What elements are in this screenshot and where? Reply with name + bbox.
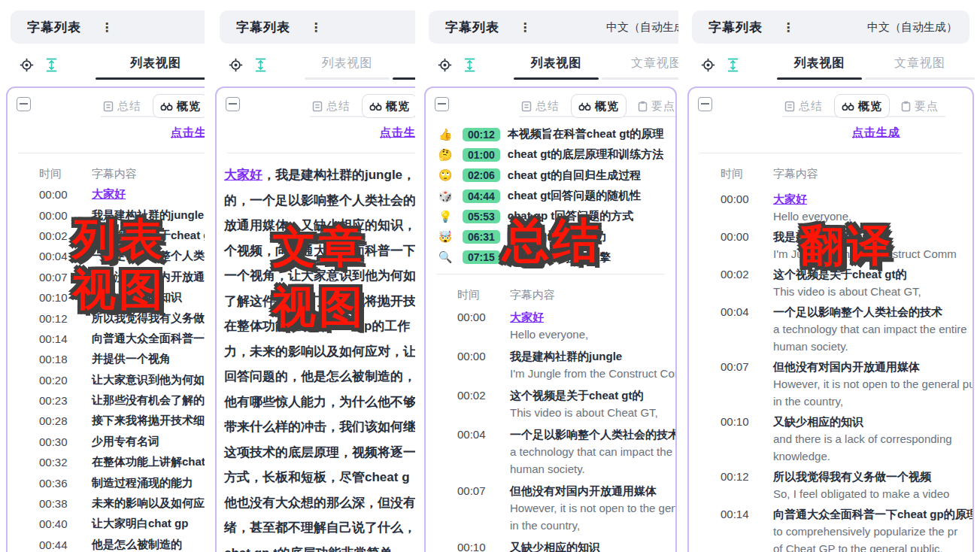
subtitle-rows: 00:00大家好Hello everyone,00:00我是建构社群的jungl… bbox=[426, 308, 675, 552]
locate-icon[interactable] bbox=[20, 58, 34, 72]
subtitle-cell: 向普通大众全面科普一下cheat gp的原理to comprehensively… bbox=[773, 505, 974, 552]
translation-text: So, I feel obligated to make a video bbox=[773, 485, 949, 502]
content-column-header: 字幕内容 bbox=[773, 167, 818, 181]
subtitle-row[interactable]: 00:04一个足以影响整个人类社会的技术a technology that ca… bbox=[689, 303, 972, 355]
subtitle-row[interactable]: 00:07但他没有对国内开放通用媒体However, it is not ope… bbox=[689, 358, 972, 410]
article-line: chat gp t的底层功能非常简单， bbox=[224, 541, 415, 552]
clipboard-icon bbox=[638, 101, 648, 112]
subtitle-text: 所以我觉得我有义务做一个视频 bbox=[773, 468, 949, 485]
subtitle-row[interactable]: 00:00我是建构社群的jungleI'm Jungle from the Co… bbox=[426, 347, 675, 382]
collapse-button[interactable] bbox=[435, 97, 449, 111]
subtitle-row[interactable]: 00:14向普通大众全面科普一下cheat gp的原理to comprehens… bbox=[689, 505, 972, 552]
translation-text: Hello everyone, bbox=[510, 326, 588, 343]
collapse-button[interactable] bbox=[698, 97, 712, 111]
subtitle-link[interactable]: 大家好 bbox=[773, 190, 851, 208]
subtitle-row[interactable]: 00:04一个足以影响整个人类社会的技术a technology that ca… bbox=[426, 426, 675, 478]
tab-summary[interactable]: 总结 bbox=[305, 95, 357, 117]
panel-title: 字幕列表 bbox=[236, 19, 290, 36]
subtitle-row[interactable]: 00:07但他没有对国内开放通用媒体However, it is not ope… bbox=[426, 482, 675, 534]
tab-list-view[interactable]: 列表视图 bbox=[96, 51, 205, 80]
collapse-button[interactable] bbox=[226, 97, 240, 111]
subtitle-row[interactable]: 00:36制造过程涌现的能力 bbox=[8, 472, 205, 493]
timestamp-badge[interactable]: 07:15 bbox=[463, 250, 500, 264]
tab-overview[interactable]: 概览 bbox=[153, 94, 205, 118]
subtitle-link[interactable]: 大家好 bbox=[510, 308, 588, 326]
tab-keypoints[interactable]: 要点 bbox=[631, 95, 677, 117]
tab-overview[interactable]: 概览 bbox=[571, 94, 627, 118]
overview-item[interactable]: 👍00:12本视频旨在科普cheat gt的原理 bbox=[426, 124, 675, 144]
expand-vertical-icon[interactable] bbox=[463, 58, 476, 72]
tab-summary[interactable]: 总结 bbox=[514, 95, 566, 117]
table-header: 时间 字幕内容 bbox=[426, 285, 675, 305]
locate-icon[interactable] bbox=[229, 58, 243, 72]
subtitle-row[interactable]: 00:23让那些没有机会了解的人了解 bbox=[8, 390, 205, 411]
timestamp-badge[interactable]: 06:31 bbox=[463, 230, 500, 244]
subtitle-link[interactable]: 大家好 bbox=[92, 187, 126, 202]
subtitle-link[interactable]: 大家好 bbox=[224, 168, 262, 182]
timestamp: 00:07 bbox=[721, 358, 764, 410]
translation-text: human society. bbox=[510, 460, 677, 478]
subtitle-row[interactable]: 00:14向普通大众全面科普一下cheat gp bbox=[8, 329, 205, 349]
tab-article-view[interactable]: 文章视图 bbox=[865, 51, 975, 80]
translation-text: This video is about Cheat GT, bbox=[773, 283, 921, 300]
timestamp: 00:07 bbox=[457, 482, 501, 534]
kebab-menu-icon[interactable]: ⋮ bbox=[519, 20, 531, 35]
kebab-menu-icon[interactable]: ⋮ bbox=[310, 20, 322, 35]
generate-link[interactable]: 点击生成 bbox=[171, 126, 205, 140]
subtitle-text: 制造过程涌现的能力 bbox=[92, 476, 193, 490]
subtitle-row[interactable]: 00:12所以我觉得我有义务做一个视频So, I feel obligated … bbox=[689, 468, 972, 502]
timestamp-badge[interactable]: 01:00 bbox=[463, 148, 500, 162]
overview-text: cheat gt回答问题的随机性 bbox=[508, 189, 642, 203]
timestamp-badge[interactable]: 00:12 bbox=[463, 128, 500, 141]
subtitle-row[interactable]: 00:44他是怎么被制造的 bbox=[8, 535, 205, 552]
tab-summary[interactable]: 总结 bbox=[778, 95, 830, 117]
subtitle-row[interactable]: 00:30少用专有名词 bbox=[8, 432, 205, 452]
time-column-header: 时间 bbox=[457, 288, 501, 302]
subtitle-row[interactable]: 00:00大家好 bbox=[8, 184, 205, 205]
subtitle-row[interactable]: 00:00大家好Hello everyone, bbox=[426, 308, 675, 343]
timestamp-badge[interactable]: 04:44 bbox=[463, 190, 500, 203]
expand-vertical-icon[interactable] bbox=[254, 58, 267, 72]
kebab-menu-icon[interactable]: ⋮ bbox=[101, 20, 113, 35]
kebab-menu-icon[interactable]: ⋮ bbox=[782, 20, 794, 35]
overview-item[interactable]: 🙄02:06cheat gt的自回归生成过程 bbox=[426, 165, 675, 186]
clipboard-icon bbox=[901, 101, 911, 112]
subtitle-row[interactable]: 00:38未来的影响以及如何应对 bbox=[8, 493, 205, 514]
expand-vertical-icon[interactable] bbox=[727, 58, 739, 72]
subtitle-row[interactable]: 00:40让大家明白chat gp bbox=[8, 514, 205, 534]
four-panel-comparison: 字幕列表 ⋮ 列表视图 文章视图 bbox=[0, 0, 980, 552]
timestamp-badge[interactable]: 05:53 bbox=[463, 210, 500, 223]
tab-list-view[interactable]: 列表视图 bbox=[777, 51, 862, 80]
subtitle-row[interactable]: 00:02这个视频是关于cheat gt的This video is about… bbox=[689, 265, 972, 300]
subtitle-text: 但他没有对国内开放通用媒体 bbox=[510, 482, 677, 499]
timestamp-badge[interactable]: 02:06 bbox=[463, 168, 500, 182]
subtitle-row[interactable]: 00:28接下来我将抛开技术细节 bbox=[8, 411, 205, 431]
subtitle-row[interactable]: 00:32在整体功能上讲解chat gp的工作 bbox=[8, 452, 205, 472]
thinking-face-emoji: 🤔 bbox=[436, 148, 454, 162]
tab-keypoints[interactable]: 要点 bbox=[894, 95, 945, 117]
timestamp: 00:04 bbox=[721, 303, 764, 355]
tab-article-view[interactable]: 文章视图 bbox=[393, 51, 415, 80]
subtitle-row[interactable]: 00:10又缺少相应的知识and there is a lack of corr… bbox=[689, 413, 972, 465]
tab-article-view[interactable]: 文章视图 bbox=[602, 51, 678, 80]
tab-list-view[interactable]: 列表视图 bbox=[514, 51, 599, 80]
expand-vertical-icon[interactable] bbox=[45, 58, 58, 72]
binoculars-icon bbox=[578, 102, 591, 111]
subtitle-row[interactable]: 00:10又缺少相应的知识and there is a lack of corr… bbox=[426, 538, 675, 552]
subtitle-row[interactable]: 00:20让大家意识到他为何如此强大 bbox=[8, 370, 205, 390]
tab-list-view[interactable]: 列表视图 bbox=[305, 51, 390, 80]
collapse-button[interactable] bbox=[17, 97, 31, 111]
timestamp: 00:10 bbox=[721, 413, 764, 465]
timestamp: 00:40 bbox=[39, 517, 83, 530]
generate-link[interactable]: 点击生成 bbox=[380, 126, 415, 140]
tab-summary[interactable]: 总结 bbox=[96, 95, 148, 117]
locate-icon[interactable] bbox=[438, 58, 452, 72]
subtitle-row[interactable]: 00:18并提供一个视角 bbox=[8, 349, 205, 369]
overview-item[interactable]: 🎲04:44cheat gt回答问题的随机性 bbox=[426, 186, 675, 206]
tab-overview[interactable]: 概览 bbox=[834, 94, 890, 118]
overview-item[interactable]: 🤔01:00cheat gt的底层原理和训练方法 bbox=[426, 144, 675, 165]
locate-icon[interactable] bbox=[701, 58, 715, 72]
tab-overview[interactable]: 概览 bbox=[362, 94, 415, 118]
generate-link[interactable]: 点击生成 bbox=[852, 126, 900, 140]
subtitle-row[interactable]: 00:02这个视频是关于cheat gt的This video is about… bbox=[426, 387, 675, 421]
